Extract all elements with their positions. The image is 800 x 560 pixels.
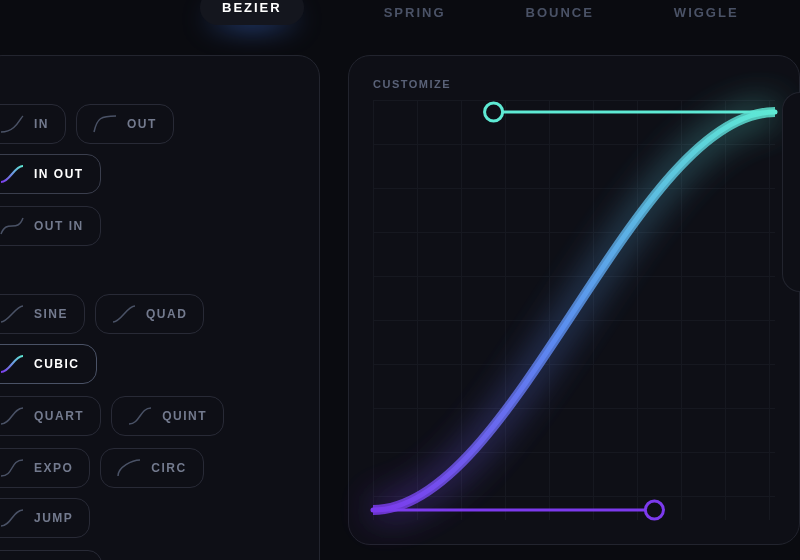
type-row-1: SINE QUAD CUBIC	[0, 294, 297, 384]
direction-row-2: OUT IN	[0, 206, 297, 246]
customize-panel-wrap: CUSTOMIZE	[348, 55, 800, 560]
handle-p2[interactable]	[485, 103, 503, 121]
tab-wiggle[interactable]: WIGGLE	[674, 5, 739, 20]
customize-panel: CUSTOMIZE	[348, 55, 800, 545]
type-circ-label: CIRC	[151, 461, 186, 475]
direction-in[interactable]: IN	[0, 104, 66, 144]
type-row-2: QUART QUINT	[0, 396, 297, 436]
tab-bounce[interactable]: BOUNCE	[526, 5, 594, 20]
type-jump[interactable]: JUMP	[0, 498, 90, 538]
type-sine-label: SINE	[34, 307, 68, 321]
curve-jump-icon	[0, 509, 24, 527]
curve-quad-icon	[112, 305, 136, 323]
curve-in-out-icon	[0, 165, 24, 183]
type-sine[interactable]: SINE	[0, 294, 85, 334]
top-tab-bar: BEZIER SPRING BOUNCE WIGGLE O	[200, 0, 800, 55]
type-anticipate[interactable]: ANTICIPATE	[0, 550, 102, 560]
type-quart-label: QUART	[34, 409, 84, 423]
type-cubic-label: CUBIC	[34, 357, 80, 371]
curve-cubic-icon	[0, 355, 24, 373]
curve-circ-icon	[117, 459, 141, 477]
type-jump-label: JUMP	[34, 511, 73, 525]
curve-out-in-icon	[0, 217, 24, 235]
type-row-3: EXPO CIRC JUMP	[0, 448, 297, 538]
side-sliver-card	[782, 92, 800, 292]
curve-svg	[373, 100, 775, 520]
type-quint-label: QUINT	[162, 409, 207, 423]
direction-row: IN OUT IN OUT	[0, 104, 297, 194]
type-cubic[interactable]: CUBIC	[0, 344, 97, 384]
type-quad[interactable]: QUAD	[95, 294, 204, 334]
curve-out-icon	[93, 115, 117, 133]
curve-quart-icon	[0, 407, 24, 425]
tab-spring[interactable]: SPRING	[384, 5, 446, 20]
type-circ[interactable]: CIRC	[100, 448, 203, 488]
direction-out-label: OUT	[127, 117, 157, 131]
type-expo[interactable]: EXPO	[0, 448, 90, 488]
curve-sine-icon	[0, 305, 24, 323]
direction-out[interactable]: OUT	[76, 104, 174, 144]
curve-quint-icon	[128, 407, 152, 425]
direction-in-label: IN	[34, 117, 49, 131]
easing-curve[interactable]	[373, 112, 775, 510]
curve-area[interactable]	[373, 100, 775, 520]
direction-in-out-label: IN OUT	[34, 167, 84, 181]
tab-bezier[interactable]: BEZIER	[200, 0, 304, 25]
presets-label: TS	[0, 76, 297, 88]
type-quart[interactable]: QUART	[0, 396, 101, 436]
direction-out-in-label: OUT IN	[34, 219, 84, 233]
curve-expo-icon	[0, 459, 24, 477]
type-expo-label: EXPO	[34, 461, 73, 475]
direction-in-out[interactable]: IN OUT	[0, 154, 101, 194]
type-quint[interactable]: QUINT	[111, 396, 224, 436]
presets-panel: TS IN OUT	[0, 55, 320, 560]
curve-in-icon	[0, 115, 24, 133]
direction-out-in[interactable]: OUT IN	[0, 206, 101, 246]
type-quad-label: QUAD	[146, 307, 187, 321]
handle-p1[interactable]	[645, 501, 663, 519]
customize-label: CUSTOMIZE	[373, 78, 775, 90]
type-row-4: ANTICIPATE	[0, 550, 297, 560]
